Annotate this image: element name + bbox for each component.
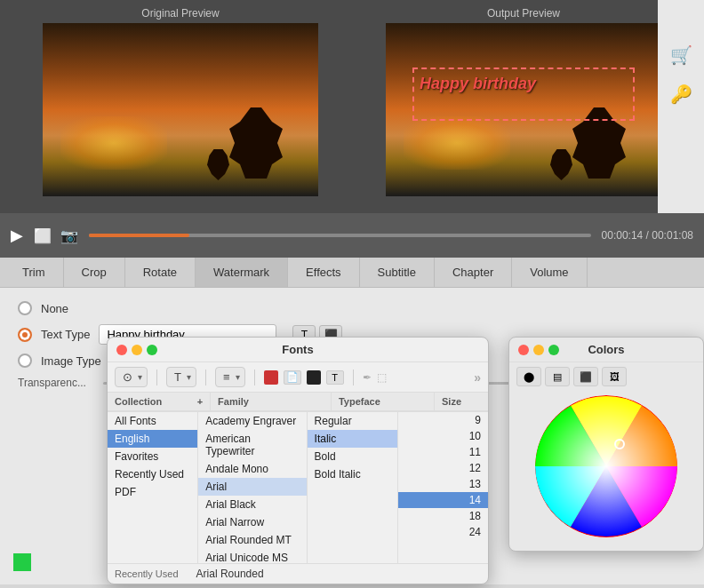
font-action-icon[interactable]: ✒ [363,371,372,384]
family-item-andale[interactable]: Andale Mono [198,460,306,478]
output-panel: Output Preview Happy birthday [352,7,695,213]
collection-item-pdf[interactable]: PDF [108,483,197,501]
tab-subtitle[interactable]: Subtitle [360,258,435,287]
font-color-black-swatch[interactable] [307,370,321,385]
font-file-icon[interactable]: 📄 [284,370,301,385]
tab-trim[interactable]: Trim [4,258,64,287]
family-item-arial[interactable]: Arial [198,478,306,496]
colors-close-btn[interactable] [518,345,529,355]
stop-icon[interactable]: ⬜ [34,227,52,244]
separator-2 [205,369,206,385]
font-align-group[interactable]: ≡ ▾ [215,367,245,387]
fonts-column-headers: Collection + Family Typeface Size [108,393,488,412]
color-image-btn[interactable]: 🖼 [602,367,627,386]
font-color-red-swatch[interactable] [264,370,278,385]
family-item-arial-black[interactable]: Arial Black [198,496,306,513]
cart-icon[interactable]: 🛒 [670,44,692,66]
collection-item-favorites[interactable]: Favorites [108,448,197,465]
image-type-radio[interactable] [18,354,32,368]
family-item-arial-narrow[interactable]: Arial Narrow [198,513,306,531]
none-radio[interactable] [18,301,32,315]
size-12[interactable]: 12 [398,460,488,476]
family-item-american[interactable]: American Typewriter [198,430,306,460]
align-icon[interactable]: ≡ [220,369,233,385]
font-size-adjust-group[interactable]: T ▾ [166,367,196,387]
size-13[interactable]: 13 [398,476,488,492]
color-mode-tabs: ⬤ ▤ ⬛ 🖼 [509,362,703,391]
typeface-regular[interactable]: Regular [308,412,397,430]
size-18[interactable]: 18 [398,508,488,524]
original-panel: Original Preview [9,7,352,213]
fonts-columns-body: All Fonts English Favorites Recently Use… [108,412,488,563]
close-button[interactable] [116,345,127,355]
collection-item-recently[interactable]: Recently Used [108,465,197,483]
playback-bar: ▶ ⬜ 📷 00:00:14 / 00:01:08 [0,213,704,258]
image-type-label: Image Type [41,354,101,368]
tab-crop[interactable]: Crop [64,258,125,287]
collection-item-allfonts[interactable]: All Fonts [108,412,197,430]
typeface-bold[interactable]: Bold [308,448,397,465]
separator-1 [156,369,157,385]
output-video-bg: Happy birthday [386,23,661,196]
size-chevron-icon[interactable]: ▾ [187,372,191,382]
font-size-icon[interactable]: T [172,369,184,385]
size-14[interactable]: 14 [398,492,488,508]
add-collection-icon[interactable]: + [197,396,203,407]
family-item-arial-unicode[interactable]: Arial Unicode MS [198,549,306,563]
minimize-button[interactable] [132,345,142,355]
collection-header: Collection + [108,393,211,411]
color-wheel-btn[interactable]: ⬤ [516,367,541,386]
fonts-title: Fonts [282,343,313,356]
size-11[interactable]: 11 [398,444,488,460]
font-settings-icon[interactable]: ⊙ [120,369,135,385]
fonts-popup: Fonts ⊙ ▾ T ▾ ≡ ▾ 📄 T ✒ ⬚ [107,337,489,584]
chevron-down-icon[interactable]: ▾ [138,372,142,382]
tab-bar: Trim Crop Rotate Watermark Effects Subti… [0,258,704,288]
tab-watermark[interactable]: Watermark [196,258,288,287]
typeface-bold-italic[interactable]: Bold Italic [308,465,397,483]
size-24[interactable]: 24 [398,524,488,540]
tab-rotate[interactable]: Rotate [125,258,196,287]
size-9[interactable]: 9 [398,412,488,428]
collection-item-english[interactable]: English [108,430,197,448]
svg-point-1 [535,395,677,537]
colors-title: Colors [588,343,624,356]
font-size-group[interactable]: ⊙ ▾ [115,367,148,387]
maximize-button[interactable] [147,345,157,355]
family-item-arial-rounded[interactable]: Arial Rounded MT [198,531,306,549]
side-icons-panel: 🛒 🔑 [658,0,704,213]
arial-rounded-label[interactable]: Arial Rounded [196,568,264,580]
output-sun-glow [404,116,510,170]
font-bold-t-icon[interactable]: T [326,370,344,385]
camera-icon[interactable]: 📷 [60,227,78,244]
green-square [13,553,31,571]
align-chevron-icon[interactable]: ▾ [236,372,240,382]
window-buttons [116,345,157,355]
fonts-titlebar: Fonts [108,338,488,362]
typeface-italic[interactable]: Italic [308,430,397,448]
original-video-bg [43,23,318,196]
family-item-academy[interactable]: Academy Engraver [198,412,306,430]
colors-minimize-btn[interactable] [533,345,544,355]
separator-3 [254,369,255,385]
colors-maximize-btn[interactable] [548,345,559,355]
collection-col: All Fonts English Favorites Recently Use… [108,412,198,563]
color-wheel[interactable] [535,395,677,537]
size-header: Size [435,393,488,411]
tab-chapter[interactable]: Chapter [435,258,512,287]
tab-volume[interactable]: Volume [512,258,587,287]
color-sliders-btn[interactable]: ▤ [545,367,570,386]
size-10[interactable]: 10 [398,428,488,444]
key-icon[interactable]: 🔑 [670,83,692,105]
color-palette-btn[interactable]: ⬛ [573,367,598,386]
play-button[interactable]: ▶ [11,226,23,245]
output-label: Output Preview [487,7,560,20]
expand-icon[interactable]: » [474,370,481,385]
original-label: Original Preview [141,7,219,20]
none-label: None [41,302,68,315]
font-layout-icon[interactable]: ⬚ [377,371,387,384]
tab-effects[interactable]: Effects [288,258,360,287]
text-type-radio[interactable] [18,328,32,342]
none-option-row: None [18,301,686,315]
progress-bar[interactable] [89,234,591,237]
